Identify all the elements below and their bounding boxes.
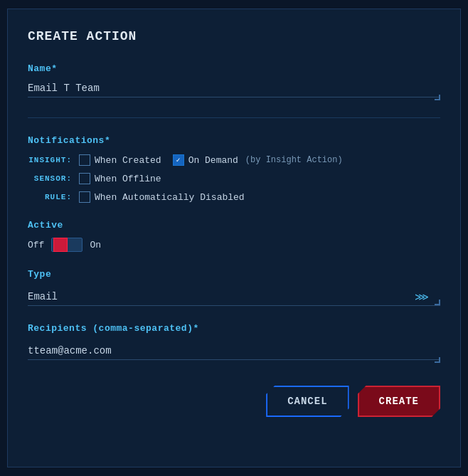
when-offline-label: When Offline <box>95 174 161 184</box>
chevron-down-icon: ⋙ <box>415 291 429 303</box>
recipients-section: Recipients (comma-separated)* <box>28 323 440 363</box>
type-select-wrapper: Email ⋙ <box>28 288 440 306</box>
insight-row: INSIGHT: When Created On Demand (by Insi… <box>28 154 440 166</box>
toggle-thumb <box>53 238 68 252</box>
when-auto-disabled-checkbox[interactable] <box>79 191 90 203</box>
when-offline-checkbox-item[interactable]: When Offline <box>79 173 161 184</box>
name-field-wrapper <box>28 80 440 100</box>
corner-decoration-2 <box>435 300 440 305</box>
sensor-category-label: SENSOR: <box>28 174 79 183</box>
when-auto-disabled-label: When Automatically Disabled <box>95 192 245 203</box>
button-row: CANCEL CREATE <box>28 386 440 417</box>
name-label: Name* <box>28 63 440 74</box>
create-action-dialog: CREATE ACTION Name* Notifications* INSIG… <box>7 9 461 467</box>
on-demand-label: On Demand <box>188 155 238 166</box>
divider <box>28 117 440 118</box>
rule-category-label: RULE: <box>28 193 79 201</box>
cancel-button[interactable]: CANCEL <box>266 386 349 417</box>
insight-category-label: INSIGHT: <box>28 156 79 164</box>
corner-decoration <box>435 95 440 100</box>
when-auto-disabled-checkbox-item[interactable]: When Automatically Disabled <box>79 191 245 203</box>
dialog-title: CREATE ACTION <box>28 29 440 43</box>
on-demand-checkbox-item[interactable]: On Demand (by Insight Action) <box>173 154 343 166</box>
active-toggle[interactable] <box>51 238 83 252</box>
type-label: Type <box>28 269 440 280</box>
type-select[interactable]: Email <box>28 288 440 305</box>
on-demand-note: (by Insight Action) <box>245 155 343 165</box>
notifications-section: Notifications* INSIGHT: When Created On … <box>28 135 440 203</box>
active-label: Active <box>28 220 440 231</box>
recipients-input[interactable] <box>28 342 440 360</box>
create-button[interactable]: CREATE <box>358 386 440 417</box>
rule-row: RULE: When Automatically Disabled <box>28 191 440 203</box>
rule-checkboxes: When Automatically Disabled <box>79 191 245 203</box>
recipients-label: Recipients (comma-separated)* <box>28 323 440 334</box>
when-created-checkbox-item[interactable]: When Created <box>79 154 161 166</box>
name-input[interactable] <box>28 80 440 97</box>
notifications-label: Notifications* <box>28 135 440 146</box>
toggle-on-label: On <box>90 240 101 250</box>
sensor-checkboxes: When Offline <box>79 173 161 184</box>
when-created-checkbox[interactable] <box>79 154 90 166</box>
toggle-wrapper: Off On <box>28 238 440 252</box>
on-demand-checkbox[interactable] <box>173 154 184 166</box>
recipients-field-wrapper <box>28 342 440 363</box>
when-created-label: When Created <box>95 155 161 166</box>
insight-checkboxes: When Created On Demand (by Insight Actio… <box>79 154 343 166</box>
sensor-row: SENSOR: When Offline <box>28 173 440 184</box>
when-offline-checkbox[interactable] <box>79 173 90 184</box>
toggle-off-label: Off <box>28 240 44 250</box>
type-section: Type Email ⋙ <box>28 269 440 306</box>
active-section: Active Off On <box>28 220 440 252</box>
corner-decoration-3 <box>435 357 440 363</box>
